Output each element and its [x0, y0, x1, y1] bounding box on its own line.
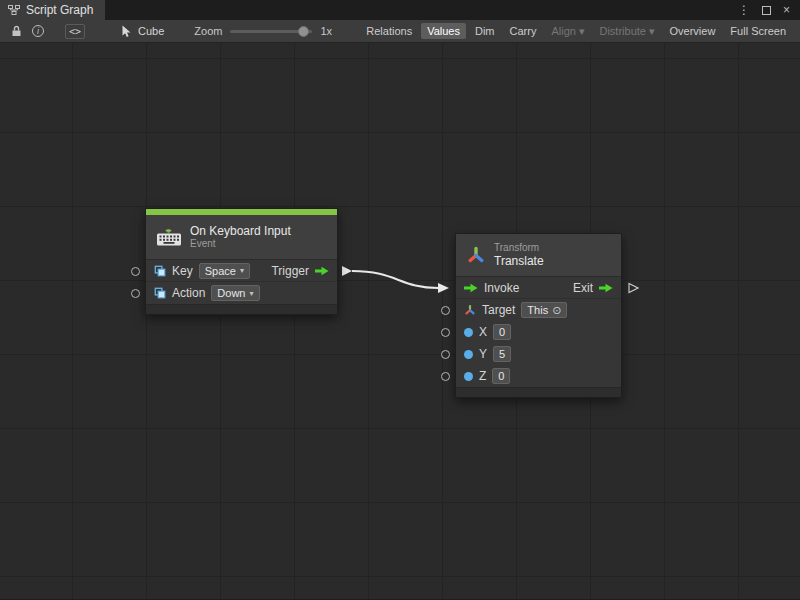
key-port-label: Key [172, 264, 193, 278]
action-input-port[interactable] [131, 289, 140, 298]
trigger-output-port-triangle[interactable] [342, 266, 352, 276]
window-menu-icon[interactable]: ⋮ [738, 4, 750, 16]
x-row: X 0 [456, 321, 621, 343]
pointer-icon [121, 25, 132, 38]
graph-context[interactable]: Cube [121, 25, 164, 38]
y-port-label: Y [479, 347, 487, 361]
value-port-icon[interactable] [464, 372, 473, 381]
node-category: Transform [494, 242, 544, 254]
target-port-label: Target [482, 303, 515, 317]
x-value-field[interactable]: 0 [493, 324, 511, 340]
zoom-group: Zoom 1x [194, 25, 332, 37]
node-on-keyboard-input[interactable]: On Keyboard Input Event Key Space ▾ Trig… [145, 208, 338, 315]
transform-icon [466, 245, 486, 265]
carry-button[interactable]: Carry [504, 23, 543, 39]
literal-icon [154, 287, 166, 299]
connection-arrowhead [438, 283, 449, 293]
z-value-field[interactable]: 0 [492, 368, 510, 384]
action-dropdown-value: Down [217, 287, 245, 299]
align-button[interactable]: Align ▾ [545, 23, 590, 40]
context-label: Cube [138, 25, 164, 37]
x-port-label: X [479, 325, 487, 339]
y-row: Y 5 [456, 343, 621, 365]
object-picker-icon[interactable]: ⊙ [552, 304, 561, 317]
target-value-field[interactable]: This ⊙ [521, 302, 567, 318]
fullscreen-button[interactable]: Full Screen [724, 23, 792, 39]
y-value-field[interactable]: 5 [493, 346, 511, 362]
node-footer [456, 387, 621, 397]
lock-icon[interactable] [11, 25, 22, 37]
target-input-port[interactable] [441, 306, 450, 315]
node-title: On Keyboard Input [190, 224, 291, 238]
toolbar-buttons: Relations Values Dim Carry Align ▾ Distr… [360, 23, 794, 40]
zoom-slider[interactable] [230, 25, 312, 37]
trigger-flow-arrow-icon[interactable] [315, 266, 329, 276]
keyboard-icon [156, 227, 182, 247]
node-header[interactable]: On Keyboard Input Event [146, 215, 337, 260]
x-value: 0 [499, 326, 505, 338]
action-row: Action Down ▾ [146, 282, 337, 304]
action-port-label: Action [172, 286, 205, 300]
node-title: Translate [494, 254, 544, 268]
tab-label: Script Graph [26, 3, 93, 17]
node-subtitle: Event [190, 238, 291, 250]
tab-script-graph[interactable]: Script Graph [0, 0, 105, 20]
exit-port-label: Exit [573, 281, 593, 295]
x-input-port[interactable] [441, 328, 450, 337]
value-port-icon[interactable] [464, 350, 473, 359]
zoom-value: 1x [320, 25, 332, 37]
z-input-port[interactable] [441, 372, 450, 381]
window-titlebar: Script Graph ⋮ × [0, 0, 800, 20]
graph-canvas[interactable]: On Keyboard Input Event Key Space ▾ Trig… [0, 43, 800, 599]
y-input-port[interactable] [441, 350, 450, 359]
connection-wire[interactable] [352, 271, 438, 288]
target-row: Target This ⊙ [456, 299, 621, 321]
exit-flow-arrow-icon[interactable] [599, 283, 613, 293]
z-value: 0 [498, 370, 504, 382]
relations-button[interactable]: Relations [360, 23, 418, 39]
close-icon[interactable]: × [783, 4, 790, 16]
graph-toolbar: i <> Cube Zoom 1x Relations Values Dim C… [0, 20, 800, 43]
key-dropdown[interactable]: Space ▾ [199, 263, 250, 279]
chevron-down-icon: ▾ [249, 289, 253, 298]
key-dropdown-value: Space [205, 265, 236, 277]
zoom-slider-handle[interactable] [298, 26, 309, 37]
distribute-button[interactable]: Distribute ▾ [593, 23, 660, 40]
chevron-down-icon: ▾ [240, 266, 244, 275]
invoke-row: Invoke Exit [456, 277, 621, 299]
zoom-label: Zoom [194, 25, 222, 37]
edit-source-icon[interactable]: <> [65, 24, 85, 39]
key-row: Key Space ▾ Trigger [146, 260, 337, 282]
key-input-port[interactable] [131, 267, 140, 276]
transform-icon [464, 304, 476, 316]
window-controls: ⋮ × [738, 0, 800, 20]
info-icon[interactable]: i [32, 25, 44, 37]
node-translate[interactable]: Transform Translate Invoke Exit [455, 233, 622, 398]
exit-output-port-triangle[interactable] [629, 284, 638, 293]
invoke-flow-arrow-icon[interactable] [464, 283, 478, 293]
node-header[interactable]: Transform Translate [456, 234, 621, 277]
value-port-icon[interactable] [464, 328, 473, 337]
connections-layer [0, 43, 800, 599]
values-button[interactable]: Values [421, 23, 466, 39]
script-graph-icon [8, 4, 20, 16]
target-value: This [527, 304, 548, 316]
action-dropdown[interactable]: Down ▾ [211, 285, 259, 301]
maximize-icon[interactable] [762, 6, 771, 15]
literal-icon [154, 265, 166, 277]
invoke-port-label: Invoke [484, 281, 519, 295]
z-port-label: Z [479, 369, 486, 383]
z-row: Z 0 [456, 365, 621, 387]
trigger-port-label: Trigger [271, 264, 309, 278]
node-footer [146, 304, 337, 314]
y-value: 5 [499, 348, 505, 360]
overview-button[interactable]: Overview [664, 23, 722, 39]
dim-button[interactable]: Dim [469, 23, 501, 39]
